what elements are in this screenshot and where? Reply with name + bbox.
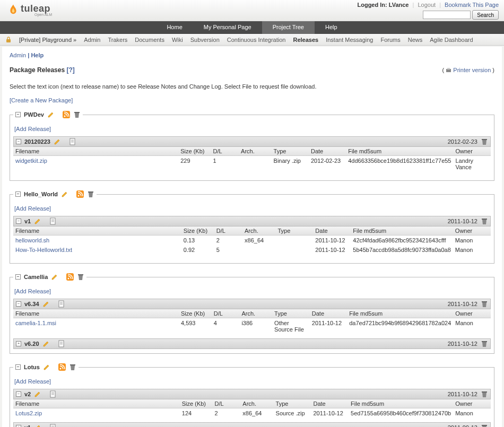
nav-home[interactable]: Home [156,21,193,34]
file-md5: 42cf4fdad6a9862fbc9523421643cfff [351,236,453,246]
printer-link[interactable]: Printer version [453,67,491,73]
notes-icon[interactable] [58,300,65,308]
separator: | [437,2,443,8]
projnav-documents[interactable]: Documents [135,37,164,43]
edit-icon[interactable] [54,138,61,145]
projnav-subversion[interactable]: Subversion [190,37,220,43]
search-input[interactable] [423,11,471,19]
file-dl: 1 [211,156,239,172]
trash-icon[interactable] [481,340,488,347]
file-row: camelia-1.1.msi4,5934i386Other Source Fi… [13,318,491,335]
logout-link[interactable]: Logout [418,2,436,8]
rss-icon[interactable] [76,190,84,198]
toggle-icon[interactable]: − [16,139,21,144]
search-button[interactable]: Search [472,10,499,20]
admin-link[interactable]: Admin [10,52,26,58]
release-bar: − v1 2011-10-12 [13,216,491,226]
add-release-link[interactable]: [Add Release] [14,126,51,132]
edit-icon[interactable] [43,363,50,371]
projnav-continuous-integration[interactable]: Continuous Integration [227,37,286,43]
col-type: Type [275,226,313,236]
trash-icon[interactable] [481,138,488,145]
toggle-icon[interactable]: − [16,219,21,224]
file-link[interactable]: How-To-Helloworld.txt [15,247,72,253]
edit-icon[interactable] [34,390,41,398]
toggle-icon[interactable]: − [16,301,21,307]
toggle-icon[interactable]: + [16,341,21,346]
bookmark-link[interactable]: Bookmark This Page [445,2,499,8]
toggle-icon[interactable]: − [15,364,21,370]
file-date: 2011-10-12 [311,408,349,419]
project-name[interactable]: [Private] Playground » [19,37,76,43]
intro-text: Select the text icon (next to release na… [10,83,494,90]
col-size: Size (Kb) [178,147,211,156]
admin-help-row: Admin | Help [10,52,494,58]
trash-icon[interactable] [87,190,94,198]
toggle-icon[interactable]: − [15,274,21,280]
col-owner: Owner [453,399,491,408]
file-link[interactable]: camelia-1.1.msi [15,320,56,326]
add-release-link[interactable]: [Add Release] [14,378,51,385]
projnav-wiki[interactable]: Wiki [172,37,183,43]
file-date: 2012-02-23 [309,156,346,172]
edit-icon[interactable] [34,217,41,225]
projnav-agile-dashboard[interactable]: Agile Dashboard [430,37,473,43]
file-type: Other Source File [272,318,310,335]
notes-icon[interactable] [58,340,65,347]
package-pwdev: − PWDev [Add Release]− 20120223 2012-02-… [10,111,494,181]
trash-icon[interactable] [481,390,488,398]
projnav-forums[interactable]: Forums [380,37,400,43]
edit-icon[interactable] [47,111,55,118]
logged-in-user: LVance [389,2,409,8]
notes-icon[interactable] [49,217,57,225]
notes-icon[interactable] [69,138,76,145]
projnav-admin[interactable]: Admin [84,37,100,43]
rss-icon[interactable] [66,273,74,281]
projnav-instant-messaging[interactable]: Instant Messaging [326,37,373,43]
projnav-news[interactable]: News [408,37,423,43]
files-table: FilenameSize (Kb)D/LArch.TypeDateFile md… [13,399,491,418]
toggle-icon[interactable]: − [15,191,21,197]
add-release-link[interactable]: [Add Release] [14,288,51,294]
col-md5: File md5sum [351,226,453,236]
file-link[interactable]: helloworld.sh [15,237,49,243]
svg-rect-39 [482,391,487,393]
toggle-icon[interactable]: + [16,425,21,427]
svg-rect-0 [6,39,11,42]
file-link[interactable]: Lotus2.zip [15,410,42,416]
projnav-releases[interactable]: Releases [293,37,318,43]
edit-icon[interactable] [34,424,41,427]
nav-mypage[interactable]: My Personal Page [193,21,262,34]
user-block: Logged In: LVance | Logout | Bookmark Th… [357,2,499,20]
trash-icon[interactable] [481,217,488,225]
logo[interactable]: tuleap Open ALM [8,3,52,16]
trash-icon[interactable] [69,363,76,371]
nav-help[interactable]: Help [315,21,348,34]
add-release-link[interactable]: [Add Release] [14,205,51,212]
toggle-icon[interactable]: − [16,391,21,397]
notes-icon[interactable] [49,390,57,398]
edit-icon[interactable] [42,300,50,308]
projnav-trakers[interactable]: Trakers [108,37,127,43]
trash-icon[interactable] [73,111,81,118]
toggle-icon[interactable]: − [15,112,21,117]
package-name: Camellia [24,274,48,280]
edit-icon[interactable] [61,190,68,198]
separator: | [411,2,416,8]
file-link[interactable]: widgetkit.zip [15,158,47,164]
edit-icon[interactable] [51,273,58,281]
rss-icon[interactable] [58,363,66,371]
create-package-link[interactable]: [Create a New Package] [10,97,73,103]
nav-projtree[interactable]: Project Tree [262,21,315,34]
trash-icon[interactable] [77,273,84,281]
notes-icon[interactable] [49,424,57,427]
rss-icon[interactable] [63,111,70,118]
col-owner: Owner [453,309,491,318]
trash-icon[interactable] [481,424,488,427]
help-link[interactable]: Help [31,52,44,58]
help-icon[interactable]: [?] [66,66,74,74]
release-date: 2011-10-12 [448,341,477,347]
release-date: 2011-09-13 [448,424,477,427]
trash-icon[interactable] [481,300,488,308]
edit-icon[interactable] [42,340,50,347]
